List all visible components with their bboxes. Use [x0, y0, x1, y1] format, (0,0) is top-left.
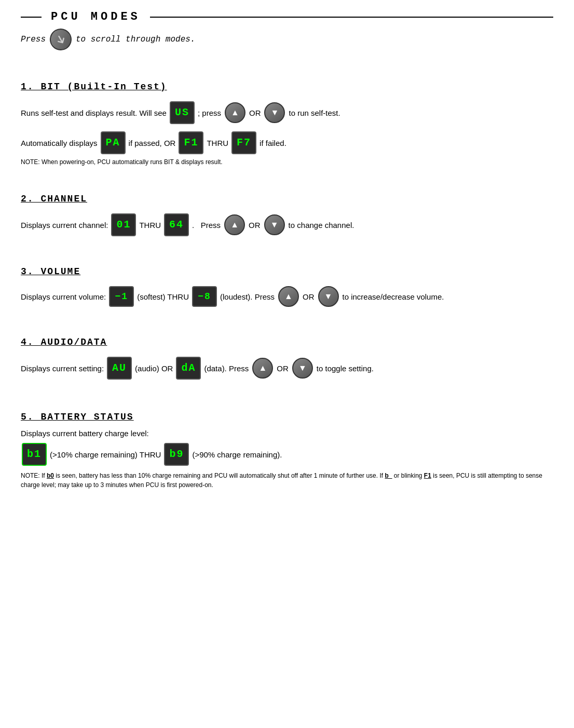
- title-right-rule: [150, 17, 553, 18]
- page-title: PCU MODES: [42, 10, 150, 23]
- audio-label: (audio) OR: [135, 361, 173, 375]
- lcd-b9: b9: [164, 443, 189, 466]
- section-volume: 3. VOLUME Displays current volume: −1 (s…: [21, 266, 553, 310]
- up-button-volume[interactable]: ▲: [278, 286, 299, 307]
- section-battery-title: 5. BATTERY STATUS: [21, 412, 553, 422]
- title-bar: PCU MODES: [21, 10, 553, 23]
- battery-body1: Displays current battery charge level:: [21, 427, 553, 440]
- bit-press: ; press: [198, 106, 221, 120]
- battery-note: NOTE: If b0 is seen, battery has less th…: [21, 471, 553, 490]
- section-channel: 2. CHANNEL Displays current channel: 01 …: [21, 194, 553, 239]
- bit-thru: THRU: [207, 136, 228, 150]
- down-button-audio[interactable]: ▼: [292, 358, 313, 379]
- section-channel-title: 2. CHANNEL: [21, 194, 553, 204]
- bit-body2: Automatically displays PA if passed, OR …: [21, 131, 286, 154]
- battery-b_-ref: b_: [385, 472, 392, 479]
- volume-softest: (softest) THRU: [137, 290, 189, 304]
- audio-body1: Displays current setting: AU (audio) OR …: [21, 357, 374, 380]
- lcd-f1: F1: [179, 131, 203, 154]
- volume-loudest: (loudest).: [220, 290, 253, 304]
- up-button-channel[interactable]: ▲: [224, 214, 245, 235]
- section-bit: 1. BIT (Built-In Test) Runs self-test an…: [21, 82, 553, 167]
- bit-if-failed: if failed.: [259, 136, 286, 150]
- scroll-mode-button[interactable]: [46, 24, 75, 54]
- press-label: Press: [21, 35, 46, 44]
- bit-body1-text: Runs self-test and displays result. Will…: [21, 106, 167, 120]
- lcd-us: US: [170, 101, 195, 124]
- section-audio-data: 4. AUDIO/DATA Displays current setting: …: [21, 337, 553, 383]
- channel-or: OR: [249, 218, 261, 232]
- volume-body1: Displays current volume: −1 (softest) TH…: [21, 286, 253, 307]
- battery-f1-ref: F1: [424, 472, 431, 479]
- channel-change: to change channel.: [289, 218, 354, 232]
- lcd-au: AU: [107, 357, 132, 380]
- bit-run: to run self-test.: [289, 106, 340, 120]
- lcd-m8: −8: [192, 286, 217, 307]
- section-audio-title: 4. AUDIO/DATA: [21, 337, 553, 347]
- volume-body2: Press ▲ OR ▼ to increase/decrease volume…: [255, 286, 444, 307]
- section-battery: 5. BATTERY STATUS Displays current batte…: [21, 412, 553, 490]
- down-button-bit[interactable]: ▼: [264, 102, 285, 123]
- channel-body1: Displays current channel: 01 THRU 64 . P…: [21, 213, 354, 236]
- down-button-channel[interactable]: ▼: [264, 214, 285, 235]
- bit-note: NOTE: When powering-on, PCU automaticall…: [21, 157, 553, 167]
- data-label: (data). Press: [204, 361, 249, 375]
- lcd-pa: PA: [101, 131, 126, 154]
- audio-disp: Displays current setting:: [21, 361, 104, 375]
- channel-period: . Press: [192, 218, 221, 232]
- lcd-da: dA: [176, 357, 201, 380]
- up-button-bit[interactable]: ▲: [225, 102, 245, 123]
- down-button-volume[interactable]: ▼: [318, 286, 339, 307]
- lcd-64: 64: [164, 213, 189, 236]
- volume-action: to increase/decrease volume.: [343, 290, 444, 304]
- title-left-rule: [21, 17, 42, 18]
- section-bit-title: 1. BIT (Built-In Test): [21, 82, 553, 92]
- lcd-f7: F7: [231, 131, 256, 154]
- battery-b0-ref: b0: [47, 472, 54, 479]
- battery-pct1: (>10% charge remaining) THRU: [50, 448, 161, 462]
- volume-press: Press: [255, 290, 275, 304]
- bit-if-passed: if passed, OR: [129, 136, 176, 150]
- audio-toggle: to toggle setting.: [317, 361, 374, 375]
- bit-body1: Runs self-test and displays result. Will…: [21, 101, 340, 124]
- section-volume-title: 3. VOLUME: [21, 266, 553, 277]
- audio-or: OR: [277, 361, 289, 375]
- bit-auto-disp: Automatically displays: [21, 136, 98, 150]
- scroll-text: to scroll through modes.: [76, 35, 195, 44]
- up-button-audio[interactable]: ▲: [252, 358, 273, 379]
- press-scroll-line: Press to scroll through modes.: [21, 29, 553, 50]
- channel-disp: Displays current channel:: [21, 218, 108, 232]
- lcd-b1: b1: [22, 443, 47, 466]
- battery-pct2: (>90% charge remaining).: [192, 448, 282, 462]
- lcd-01: 01: [111, 213, 136, 236]
- lcd-m1: −1: [109, 286, 134, 307]
- bit-or: OR: [249, 106, 261, 120]
- channel-thru: THRU: [139, 218, 161, 232]
- volume-disp: Displays current volume:: [21, 290, 106, 304]
- battery-body2: b1 (>10% charge remaining) THRU b9 (>90%…: [21, 443, 282, 466]
- volume-or: OR: [303, 290, 315, 304]
